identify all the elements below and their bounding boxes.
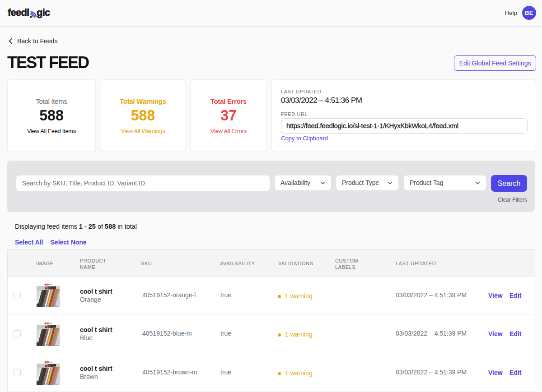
svg-text:gic: gic: [37, 7, 50, 18]
svg-text:feedl: feedl: [8, 7, 29, 18]
